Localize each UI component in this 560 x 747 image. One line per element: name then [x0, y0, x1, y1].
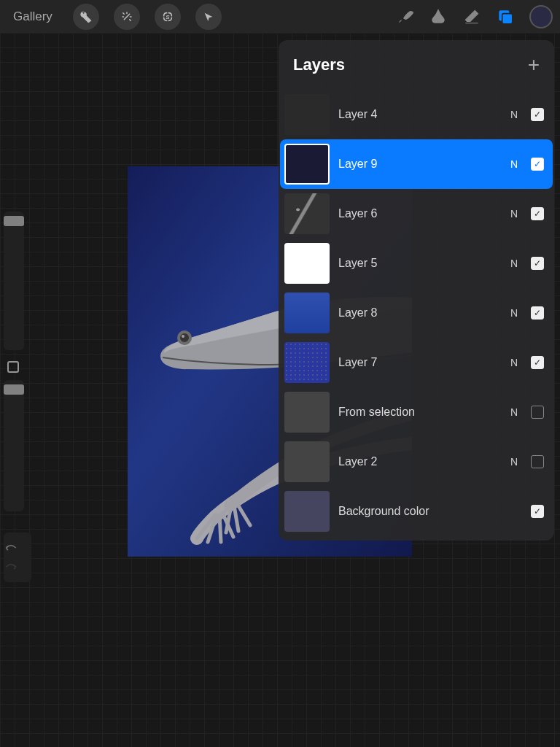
left-sidebar — [0, 212, 28, 522]
layer-name: Background color — [338, 505, 522, 518]
layer-thumbnail[interactable] — [284, 293, 330, 333]
blend-mode-label[interactable]: N — [510, 456, 518, 468]
layer-name: Layer 4 — [338, 108, 502, 121]
redo-icon — [4, 562, 18, 572]
wand-icon — [120, 10, 133, 23]
top-toolbar: Gallery S — [0, 0, 560, 33]
opacity-slider[interactable] — [4, 380, 24, 511]
actions-button[interactable] — [73, 4, 99, 30]
layer-row[interactable]: Layer 8N✓ — [280, 288, 553, 338]
eraser-button[interactable] — [462, 7, 481, 26]
selection-icon: S — [162, 11, 174, 23]
visibility-checkbox[interactable]: ✓ — [531, 356, 544, 369]
modify-tool[interactable] — [7, 361, 19, 373]
layer-thumbnail[interactable] — [284, 243, 330, 284]
layers-icon — [496, 7, 515, 26]
layer-thumbnail[interactable] — [284, 193, 330, 234]
toolbar-left: Gallery S — [7, 4, 222, 30]
layers-button[interactable] — [496, 7, 515, 26]
layer-name: Layer 5 — [338, 257, 502, 270]
svg-rect-6 — [502, 13, 513, 23]
layer-name: From selection — [338, 406, 502, 419]
toolbar-right — [395, 5, 553, 28]
undo-redo-group — [4, 533, 31, 582]
blend-mode-label[interactable]: N — [510, 258, 518, 269]
smudge-icon — [429, 7, 448, 26]
visibility-checkbox[interactable] — [531, 406, 544, 419]
layer-row[interactable]: Layer 2N — [280, 437, 553, 487]
blend-mode-label[interactable]: N — [510, 109, 518, 120]
undo-button[interactable] — [4, 538, 31, 557]
layer-row[interactable]: From selectionN — [280, 387, 553, 437]
slider-thumb[interactable] — [4, 384, 24, 395]
visibility-checkbox[interactable]: ✓ — [531, 207, 544, 220]
slider-thumb[interactable] — [4, 216, 24, 226]
layer-name: Layer 7 — [338, 356, 502, 369]
layer-thumbnail[interactable] — [284, 342, 330, 383]
brush-icon — [396, 8, 413, 26]
add-layer-button[interactable]: + — [528, 53, 540, 77]
layer-name: Layer 2 — [338, 455, 502, 468]
layer-row[interactable]: Background color✓ — [280, 487, 553, 536]
wrench-icon — [79, 10, 93, 23]
visibility-checkbox[interactable] — [531, 455, 544, 468]
layer-row[interactable]: Layer 9N✓ — [280, 139, 553, 189]
blend-mode-label[interactable]: N — [510, 406, 518, 418]
gallery-button[interactable]: Gallery — [7, 6, 58, 28]
layer-name: Layer 9 — [338, 158, 502, 171]
redo-button[interactable] — [4, 557, 31, 576]
svg-text:S: S — [166, 14, 170, 20]
color-button[interactable] — [529, 5, 553, 28]
svg-point-2 — [180, 333, 189, 342]
eraser-icon — [462, 7, 481, 26]
panel-title: Layers — [293, 55, 345, 74]
blend-mode-label[interactable]: N — [510, 357, 518, 368]
visibility-checkbox[interactable]: ✓ — [531, 108, 544, 121]
layer-thumbnail[interactable] — [284, 94, 330, 135]
undo-icon — [4, 543, 18, 553]
layer-name: Layer 8 — [338, 306, 502, 320]
layers-header: Layers + — [279, 40, 554, 90]
visibility-checkbox[interactable]: ✓ — [531, 257, 544, 270]
layer-row[interactable]: Layer 6N✓ — [280, 189, 553, 239]
layer-row[interactable]: Layer 4N✓ — [280, 90, 553, 139]
layers-panel: Layers + Layer 4N✓Layer 9N✓Layer 6N✓Laye… — [279, 40, 554, 541]
visibility-checkbox[interactable]: ✓ — [531, 158, 544, 171]
layer-thumbnail[interactable] — [284, 441, 330, 482]
smudge-button[interactable] — [429, 7, 448, 26]
layer-thumbnail[interactable] — [284, 491, 330, 532]
adjustments-button[interactable] — [114, 4, 140, 30]
brush-button[interactable] — [395, 7, 414, 26]
layer-row[interactable]: Layer 5N✓ — [280, 239, 553, 288]
blend-mode-label[interactable]: N — [510, 158, 518, 170]
layer-thumbnail[interactable] — [284, 392, 330, 433]
selection-button[interactable]: S — [155, 4, 181, 30]
layer-row[interactable]: Layer 7N✓ — [280, 338, 553, 387]
blend-mode-label[interactable]: N — [510, 208, 518, 220]
layer-thumbnail[interactable] — [284, 144, 330, 185]
visibility-checkbox[interactable]: ✓ — [531, 505, 544, 518]
layer-name: Layer 6 — [338, 207, 502, 220]
transform-button[interactable] — [195, 4, 222, 30]
visibility-checkbox[interactable]: ✓ — [531, 306, 544, 320]
layers-list: Layer 4N✓Layer 9N✓Layer 6N✓Layer 5N✓Laye… — [279, 90, 554, 536]
cursor-icon — [203, 11, 214, 23]
blend-mode-label[interactable]: N — [510, 307, 518, 319]
brush-size-slider[interactable] — [4, 212, 24, 350]
svg-point-3 — [182, 335, 184, 338]
